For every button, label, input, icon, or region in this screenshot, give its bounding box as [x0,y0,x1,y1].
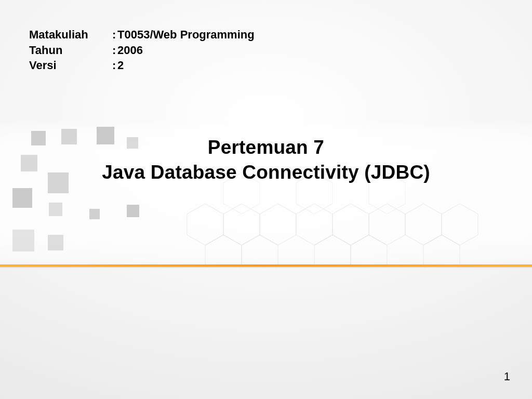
meta-label: Tahun [29,43,112,58]
meta-value: 2 [117,58,124,73]
meta-label: Versi [29,58,112,73]
meta-label: Matakuliah [29,27,112,43]
meta-colon: : [112,43,117,58]
meta-value: 2006 [117,43,143,58]
meta-value: T0053/Web Programming [117,27,255,43]
meta-row: Matakuliah : T0053/Web Programming [29,27,255,43]
meta-colon: : [112,58,117,73]
meta-row: Tahun : 2006 [29,43,255,58]
title-line-2: Java Database Connectivity (JDBC) [102,162,430,183]
page-number: 1 [504,370,510,383]
course-metadata: Matakuliah : T0053/Web Programming Tahun… [29,27,255,73]
title-line-1: Pertemuan 7 [208,137,324,158]
orange-divider [0,264,532,268]
meta-colon: : [112,27,117,43]
slide-title: Pertemuan 7 Java Database Connectivity (… [0,135,532,185]
meta-row: Versi : 2 [29,58,255,73]
